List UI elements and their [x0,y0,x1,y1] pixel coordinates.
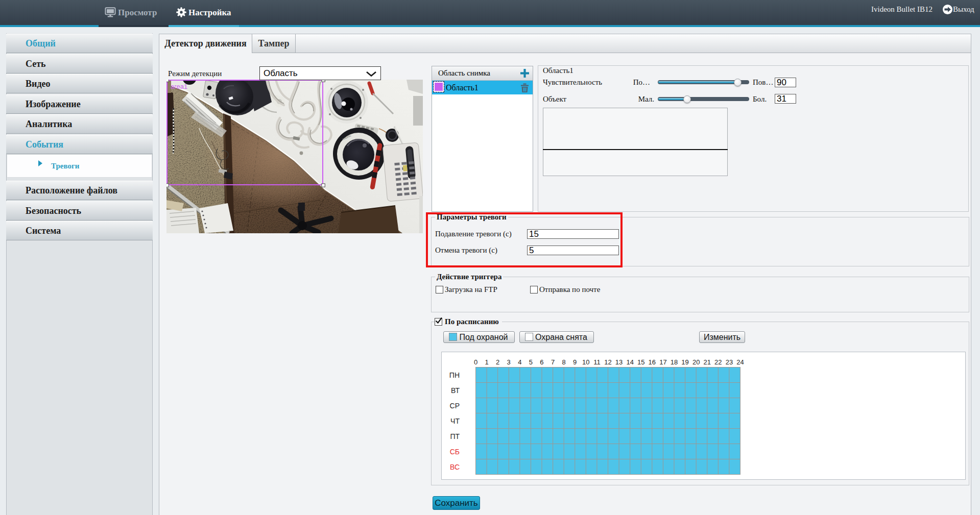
svg-text:area1: area1 [171,83,187,90]
